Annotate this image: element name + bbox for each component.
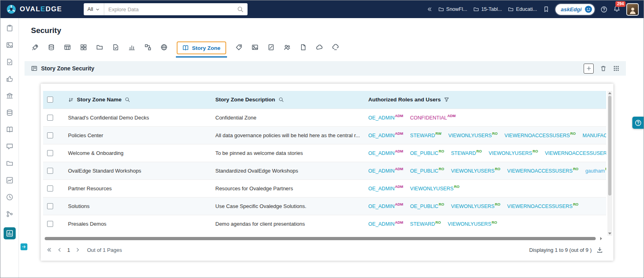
row-checkbox[interactable] (47, 150, 53, 156)
sidebar-expand-toggle[interactable] (21, 243, 27, 250)
scroll-up-arrow[interactable] (608, 92, 611, 94)
role-link[interactable]: VIEWONLYUSERSRO (410, 186, 460, 192)
role-link[interactable]: OE_ADMINADM (368, 133, 403, 138)
role-link[interactable]: CONFIDENTIALADM (410, 115, 456, 121)
horizontal-scroll-thumb[interactable] (45, 237, 596, 240)
scroll-down-arrow[interactable] (608, 233, 611, 235)
story-zone-name[interactable]: Solutions (64, 197, 211, 215)
story-zone-name[interactable]: Policies Center (64, 126, 211, 144)
sidebar-item-jobs[interactable] (6, 194, 13, 202)
recent-item[interactable]: SnowFl... (438, 6, 467, 12)
role-link[interactable]: OE_PUBLICRO (410, 204, 444, 209)
tab-files[interactable] (96, 44, 103, 52)
row-checkbox[interactable] (47, 168, 53, 174)
next-page-icon[interactable] (75, 247, 80, 253)
role-link[interactable]: VIEWONLYUSERSRO (489, 150, 538, 156)
user-avatar[interactable] (626, 3, 639, 16)
prev-page-icon[interactable] (57, 247, 62, 253)
tab-documents[interactable] (300, 44, 307, 52)
role-link[interactable]: STEWARDRO (451, 150, 482, 156)
tab-users-roles[interactable] (284, 44, 291, 52)
row-checkbox[interactable] (47, 185, 53, 192)
notifications-button[interactable]: 294 (613, 5, 620, 14)
role-link[interactable]: VIEWERNOACCESSUSERSRO (507, 204, 578, 209)
sidebar-item-reports[interactable] (6, 177, 13, 185)
role-link[interactable]: VIEWERNOACCESSUSERSRO (545, 150, 606, 156)
row-checkbox[interactable] (47, 115, 53, 121)
sidebar-item-endorsements[interactable] (6, 75, 13, 84)
role-link[interactable]: OE_ADMINADM (368, 150, 403, 156)
role-link[interactable]: OE_ADMINADM (368, 221, 403, 227)
vertical-scroll-thumb[interactable] (608, 96, 611, 196)
floating-help-button[interactable] (632, 117, 644, 129)
bookmark-icon[interactable] (543, 6, 549, 12)
tab-tables[interactable] (64, 44, 71, 52)
recent-item[interactable]: 15-Tabl... (473, 6, 502, 12)
download-icon[interactable] (597, 247, 603, 253)
sidebar-item-forms[interactable] (6, 58, 13, 67)
tab-advanced-jobs[interactable] (32, 44, 39, 52)
collapse-recents-icon[interactable] (427, 6, 432, 12)
select-all-checkbox[interactable] (47, 97, 53, 103)
tab-report-columns[interactable] (144, 44, 151, 52)
column-header[interactable]: Authorized Roles and Users (364, 91, 606, 109)
role-link[interactable]: VIEWONLYUSERSRO (451, 168, 500, 174)
role-link[interactable]: OE_PUBLICRO (410, 168, 444, 174)
explore-search-input[interactable] (104, 6, 237, 12)
column-header[interactable]: Story Zone Name (64, 91, 211, 109)
role-link[interactable]: STEWARDRW (410, 133, 442, 138)
role-link[interactable]: VIEWERNOACCESSUSERSRO (504, 133, 576, 138)
row-checkbox[interactable] (47, 203, 53, 209)
help-icon[interactable] (601, 6, 607, 13)
sidebar-item-security[interactable] (4, 227, 16, 239)
tab-restricted[interactable] (268, 44, 275, 52)
scroll-right-arrow[interactable] (600, 237, 602, 240)
tab-cloud[interactable] (316, 44, 323, 52)
role-link[interactable]: OE_ADMINADM (368, 168, 403, 174)
role-link[interactable]: OE_PUBLICRO (410, 150, 444, 156)
role-link[interactable]: VIEWONLYUSERSRO (448, 133, 498, 138)
story-zone-name[interactable]: OvalEdge Standard Workshops (64, 162, 211, 179)
role-link[interactable]: OE_ADMINADM (368, 186, 403, 192)
sidebar-item-governance[interactable] (6, 92, 13, 101)
first-page-icon[interactable] (46, 247, 52, 253)
add-story-zone-button[interactable] (584, 64, 594, 74)
story-zone-name[interactable]: Presales Demos (64, 215, 211, 233)
role-link[interactable]: MANUFACTU... (582, 133, 606, 138)
row-checkbox[interactable] (47, 221, 53, 227)
role-link[interactable]: VIEWONLYUSERSRO (451, 204, 500, 209)
tab-reports[interactable] (128, 44, 135, 52)
tab-table-columns[interactable] (80, 44, 87, 52)
sidebar-item-glossary[interactable] (6, 126, 13, 135)
role-link[interactable]: OE_ADMINADM (368, 204, 403, 209)
row-checkbox[interactable] (47, 132, 53, 138)
askedgi-button[interactable]: askEdgi (555, 4, 594, 15)
search-scope-dropdown[interactable]: All (84, 3, 104, 15)
role-link[interactable]: gauthamRO (585, 168, 606, 174)
role-link[interactable]: STEWARDRO (410, 221, 441, 227)
sidebar-item-collaboration[interactable] (6, 143, 13, 152)
recent-item[interactable]: Educati... (508, 6, 537, 12)
delete-icon[interactable] (600, 65, 607, 72)
vertical-scrollbar[interactable] (607, 91, 612, 236)
story-zone-name[interactable]: Partner Resources (64, 179, 211, 197)
search-icon[interactable] (237, 6, 244, 12)
column-header[interactable]: Story Zone Description (211, 91, 364, 109)
tab-story-zone[interactable]: Story Zone (177, 41, 226, 54)
current-page[interactable]: 1 (67, 247, 70, 253)
tab-images[interactable] (252, 44, 258, 52)
story-zone-name[interactable]: Welcome & Onboarding (64, 144, 211, 162)
tab-tags[interactable] (235, 44, 242, 52)
tab-cloud-links[interactable] (332, 44, 339, 52)
sidebar-item-projects[interactable] (6, 160, 13, 169)
sidebar-item-dashboards[interactable] (6, 25, 13, 33)
grid-view-icon[interactable] (613, 65, 619, 72)
sidebar-item-data-catalog[interactable] (6, 109, 13, 118)
tab-certified-queries[interactable] (112, 44, 119, 52)
tab-domains[interactable] (161, 44, 167, 52)
sidebar-item-images[interactable] (6, 41, 13, 50)
story-zone-name[interactable]: Sharad's Confidential Demo Decks (64, 109, 211, 126)
role-link[interactable]: VIEWONLYUSERSRO (448, 221, 497, 227)
tab-connectors[interactable] (48, 44, 55, 52)
sidebar-item-lineage[interactable] (6, 210, 13, 219)
